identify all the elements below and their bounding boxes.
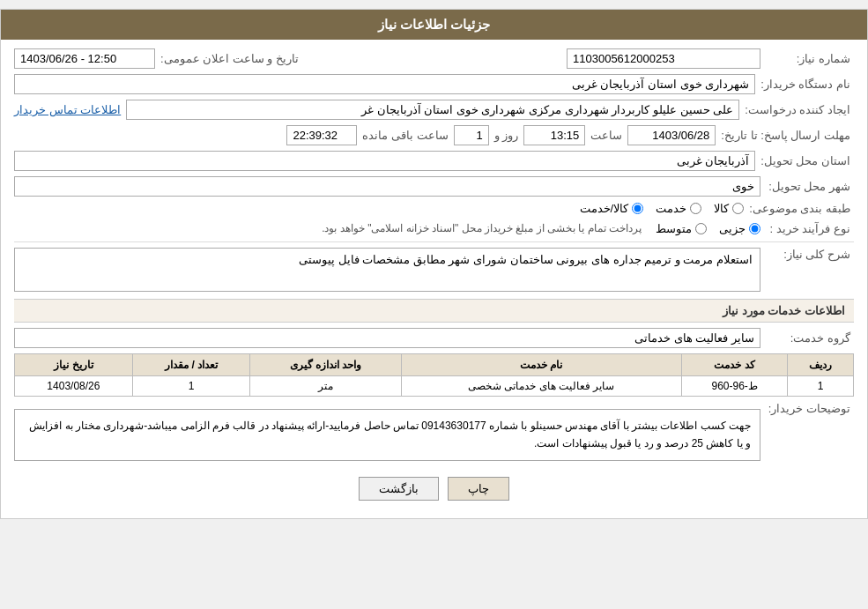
value-tozih: جهت کسب اطلاعات بیشتر با آقای مهندس حسین… xyxy=(14,409,760,461)
row-sharh: شرح کلی نیاز: استعلام مرمت و ترمیم جداره… xyxy=(14,248,854,292)
label-dasgah: نام دستگاه خریدار: xyxy=(760,78,854,91)
value-dasgah: شهرداری خوی استان آذربایجان غربی xyxy=(14,74,755,94)
radio-kala-khedmat-input[interactable] xyxy=(632,203,643,214)
radio-group-tabaqe: کالا خدمت کالا/خدمت xyxy=(580,202,745,215)
label-tabaqe: طبقه بندی موضوعی: xyxy=(749,202,854,215)
td-vahed: متر xyxy=(250,376,401,397)
value-shomara: 1103005612000253 xyxy=(567,48,760,69)
label-shomara: شماره نیاز: xyxy=(766,52,854,65)
label-ijad: ایجاد کننده درخواست: xyxy=(745,103,854,116)
row-tabaqe: طبقه بندی موضوعی: کالا خدمت کالا/خدمت xyxy=(14,202,854,215)
row-mohlat: مهلت ارسال پاسخ: تا تاریخ: 1403/06/28 سا… xyxy=(14,125,854,145)
radio-mottavasset-label: متوسط xyxy=(656,222,692,235)
back-button[interactable]: بازگشت xyxy=(359,477,439,501)
row-farayand: نوع فرآیند خرید : جزیی متوسط پرداخت تمام… xyxy=(14,220,854,236)
row-ijad: ایجاد کننده درخواست: علی حسین علیلو کارب… xyxy=(14,100,854,120)
page-wrapper: جزئیات اطلاعات نیاز شماره نیاز: 11030056… xyxy=(0,9,868,519)
value-sharh[interactable]: استعلام مرمت و ترمیم جداره های بیرونی سا… xyxy=(14,248,760,292)
row-shomara: شماره نیاز: 1103005612000253 تاریخ و ساع… xyxy=(14,48,854,69)
td-tarikh: 1403/08/26 xyxy=(15,376,133,397)
row-shahr: شهر محل تحویل: خوی xyxy=(14,176,854,197)
button-row: چاپ بازگشت xyxy=(14,477,854,501)
td-kod: ط-96-960 xyxy=(681,376,787,397)
radio-kala-khedmat[interactable]: کالا/خدمت xyxy=(580,202,644,215)
label-saat: ساعت xyxy=(590,129,622,142)
row-grooh: گروه خدمت: سایر فعالیت های خدماتی xyxy=(14,328,854,348)
radio-jozi-input[interactable] xyxy=(749,223,760,234)
radio-mottavasset[interactable]: متوسط xyxy=(656,222,707,235)
label-grooh: گروه خدمت: xyxy=(766,331,854,345)
radio-kala-input[interactable] xyxy=(732,203,744,214)
label-mohlat: مهلت ارسال پاسخ: تا تاریخ: xyxy=(721,129,854,142)
label-rooz: روز و xyxy=(494,129,519,142)
label-farayand: نوع فرآیند خرید : xyxy=(766,222,854,235)
th-nam: نام خدمت xyxy=(401,354,681,376)
radio-group-farayand: جزیی متوسط xyxy=(656,222,760,235)
radio-khedmat-input[interactable] xyxy=(690,203,701,214)
label-tozih: توضیحات خریدار: xyxy=(766,402,854,415)
th-kod: کد خدمت xyxy=(681,354,787,376)
td-nam: سایر فعالیت های خدماتی شخصی xyxy=(401,376,681,397)
row-dasgah: نام دستگاه خریدار: شهرداری خوی استان آذر… xyxy=(14,74,854,94)
row-tozih: توضیحات خریدار: جهت کسب اطلاعات بیشتر با… xyxy=(14,402,854,468)
label-sharh: شرح کلی نیاز: xyxy=(766,248,854,261)
label-ostan: استان محل تحویل: xyxy=(760,154,854,167)
value-saat: 13:15 xyxy=(523,125,585,145)
content-area: شماره نیاز: 1103005612000253 تاریخ و ساع… xyxy=(1,40,867,518)
th-tedad: تعداد / مقدار xyxy=(132,354,250,376)
th-tarikh: تاریخ نیاز xyxy=(15,354,133,376)
value-tarikh: 1403/06/28 xyxy=(627,125,716,145)
divider-1 xyxy=(14,241,854,242)
page-header: جزئیات اطلاعات نیاز xyxy=(1,10,867,40)
value-ijad: علی حسین علیلو کاربردار شهرداری مرکزی شه… xyxy=(126,100,739,120)
label-tarikh-elan: تاریخ و ساعت اعلان عمومی: xyxy=(160,52,299,65)
radio-khedmat-label: خدمت xyxy=(656,202,686,215)
value-ostan: آذربایجان غربی xyxy=(14,151,755,171)
th-radif: ردیف xyxy=(788,354,854,376)
radio-kala[interactable]: کالا xyxy=(714,202,744,215)
radio-khedmat[interactable]: خدمت xyxy=(656,202,701,215)
value-rooz: 1 xyxy=(454,125,489,145)
value-mande: 22:39:32 xyxy=(286,125,357,145)
farayand-note: پرداخت تمام یا بخشی از مبلغ خریداز محل "… xyxy=(322,220,642,236)
value-grooh: سایر فعالیت های خدماتی xyxy=(14,328,760,348)
page-title: جزئیات اطلاعات نیاز xyxy=(378,17,490,32)
td-tedad: 1 xyxy=(132,376,250,397)
td-radif: 1 xyxy=(788,376,854,397)
value-shahr: خوی xyxy=(14,176,760,197)
table-row: 1 ط-96-960 سایر فعالیت های خدماتی شخصی م… xyxy=(15,376,854,397)
row-ostan: استان محل تحویل: آذربایجان غربی xyxy=(14,151,854,171)
radio-kala-label: کالا xyxy=(714,202,729,215)
label-shahr: شهر محل تحویل: xyxy=(766,180,854,193)
link-ettelaat-tamas[interactable]: اطلاعات تماس خریدار xyxy=(14,103,121,116)
radio-kala-khedmat-label: کالا/خدمت xyxy=(580,202,629,215)
radio-jozi[interactable]: جزیی xyxy=(719,222,760,235)
th-vahed: واحد اندازه گیری xyxy=(250,354,401,376)
data-table: ردیف کد خدمت نام خدمت واحد اندازه گیری ت… xyxy=(14,353,854,397)
label-mande: ساعت باقی مانده xyxy=(362,129,448,142)
radio-jozi-label: جزیی xyxy=(719,222,746,235)
print-button[interactable]: چاپ xyxy=(448,477,509,501)
section-khadamat: اطلاعات خدمات مورد نیاز xyxy=(14,299,854,323)
radio-mottavasset-input[interactable] xyxy=(695,223,707,234)
value-tarikh-elan: 1403/06/26 - 12:50 xyxy=(14,48,155,69)
